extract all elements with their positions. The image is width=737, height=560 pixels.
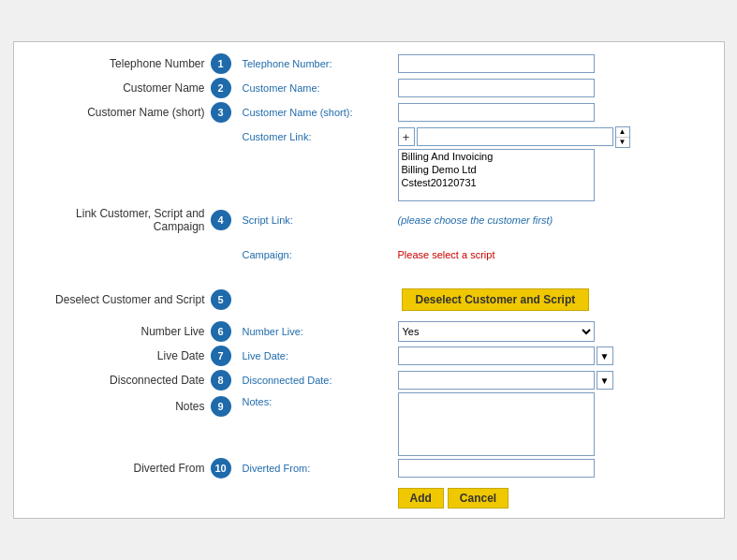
customer-link-spinner[interactable]: ▲ ▼ <box>615 126 630 148</box>
customer-name-short-mid-label: Customer Name (short): <box>239 107 398 118</box>
notes-mid-label: Notes: <box>239 392 398 407</box>
diverted-input[interactable] <box>398 459 595 478</box>
add-button[interactable]: Add <box>398 488 444 508</box>
customer-name-short-label: Customer Name (short) <box>87 106 204 119</box>
notes-control <box>398 392 715 456</box>
customer-name-short-left: Customer Name (short) 3 <box>23 102 239 123</box>
customer-name-short-control <box>398 103 715 122</box>
live-date-left: Live Date 7 <box>23 346 239 366</box>
please-choose-text: (please choose the customer first) <box>398 214 553 226</box>
step-badge-1: 1 <box>211 53 231 74</box>
customer-name-mid-label: Customer Name: <box>239 82 398 94</box>
step-badge-4: 4 <box>211 210 231 230</box>
disconnected-date-control: ▼ <box>398 371 715 390</box>
disconnected-date-label: Disconnected Date <box>110 374 204 387</box>
customer-link-mid-label: Customer Link: <box>239 131 398 142</box>
campaign-control: Please select a script <box>398 249 715 260</box>
customer-link-input[interactable] <box>417 127 613 146</box>
telephone-mid-label: Telephone Number: <box>239 58 398 69</box>
number-live-row: Number Live 6 Number Live: Yes No <box>23 319 715 344</box>
disconnected-date-left: Disconnected Date 8 <box>23 370 239 391</box>
step-badge-5: 5 <box>211 289 231 310</box>
deselect-row: Deselect Customer and Script 5 Deselect … <box>23 287 715 312</box>
live-date-row: Live Date 7 Live Date: ▼ <box>23 344 715 368</box>
number-live-mid-label: Number Live: <box>239 326 398 337</box>
telephone-input[interactable] <box>398 54 595 73</box>
number-live-label: Number Live <box>140 325 204 338</box>
live-date-group: ▼ <box>398 346 613 365</box>
spinner-up-icon[interactable]: ▲ <box>616 127 629 138</box>
disconnected-date-group: ▼ <box>398 371 613 390</box>
customer-link-control: + ▲ ▼ <box>398 126 715 148</box>
list-item[interactable]: Billing Demo Ltd <box>399 163 594 176</box>
diverted-control <box>398 459 715 478</box>
live-date-input[interactable] <box>398 346 595 365</box>
link-customer-left: Link Customer, Script and Campaign 4 <box>23 207 239 233</box>
telephone-label: Telephone Number <box>110 57 204 70</box>
link-customer-label: Link Customer, Script and Campaign <box>23 207 205 233</box>
customer-name-row: Customer Name 2 Customer Name: <box>23 76 715 100</box>
disconnected-date-calendar-button[interactable]: ▼ <box>597 371 613 390</box>
telephone-row: Telephone Number 1 Telephone Number: <box>23 52 715 76</box>
live-date-calendar-button[interactable]: ▼ <box>597 346 613 365</box>
notes-left: Notes 9 <box>23 392 239 417</box>
step-badge-3: 3 <box>211 102 231 123</box>
customer-name-control <box>398 79 715 97</box>
deselect-left: Deselect Customer and Script 5 <box>23 289 239 310</box>
notes-textarea[interactable] <box>398 392 595 456</box>
step-badge-2: 2 <box>211 78 231 98</box>
diverted-mid-label: Diverted From: <box>239 463 398 474</box>
list-control: Billing And Invoicing Billing Demo Ltd C… <box>398 149 715 201</box>
spinner-down-icon[interactable]: ▼ <box>616 138 629 147</box>
main-container: Telephone Number 1 Telephone Number: Cus… <box>13 41 725 519</box>
number-live-select[interactable]: Yes No <box>398 321 595 342</box>
campaign-mid-label: Campaign: <box>239 249 398 260</box>
diverted-label: Diverted From <box>133 462 204 475</box>
disconnected-date-row: Disconnected Date 8 Disconnected Date: ▼ <box>23 368 715 392</box>
customer-name-left: Customer Name 2 <box>23 78 239 98</box>
notes-label: Notes <box>175 400 204 413</box>
customer-link-input-group: + ▲ ▼ <box>398 126 630 148</box>
deselect-control: Deselect Customer and Script <box>239 288 715 311</box>
step-badge-6: 6 <box>211 321 231 342</box>
list-item[interactable]: Billing And Invoicing <box>399 150 594 163</box>
number-live-control: Yes No <box>398 321 715 342</box>
diverted-left: Diverted From 10 <box>23 458 239 479</box>
customer-link-plus-button[interactable]: + <box>398 127 415 146</box>
step-badge-10: 10 <box>211 458 231 479</box>
telephone-control <box>398 54 715 73</box>
list-row: Billing And Invoicing Billing Demo Ltd C… <box>23 149 715 201</box>
please-select-script-text: Please select a script <box>398 249 495 260</box>
notes-row: Notes 9 Notes: <box>23 392 715 456</box>
number-live-left: Number Live 6 <box>23 321 239 342</box>
customer-name-label: Customer Name <box>123 81 204 95</box>
disconnected-date-input[interactable] <box>398 371 595 390</box>
customer-name-short-row: Customer Name (short) 3 Customer Name (s… <box>23 100 715 125</box>
customer-link-row: Customer Link: + ▲ ▼ <box>23 125 715 149</box>
live-date-control: ▼ <box>398 346 715 365</box>
step-badge-8: 8 <box>211 370 231 391</box>
live-date-label: Live Date <box>157 349 205 362</box>
deselect-button[interactable]: Deselect Customer and Script <box>402 288 590 311</box>
campaign-row: Campaign: Please select a script <box>23 243 715 267</box>
disconnected-date-mid-label: Disconnected Date: <box>239 375 398 386</box>
customer-name-short-input[interactable] <box>398 103 595 122</box>
button-row: Add Cancel <box>23 488 715 508</box>
customer-list[interactable]: Billing And Invoicing Billing Demo Ltd C… <box>398 149 595 201</box>
script-link-mid-label: Script Link: <box>239 214 398 226</box>
diverted-row: Diverted From 10 Diverted From: <box>23 456 715 480</box>
step-badge-9: 9 <box>211 396 231 417</box>
script-link-row: Link Customer, Script and Campaign 4 Scr… <box>23 207 715 233</box>
cancel-button[interactable]: Cancel <box>448 488 509 508</box>
step-badge-7: 7 <box>211 346 231 366</box>
live-date-mid-label: Live Date: <box>239 350 398 361</box>
customer-name-input[interactable] <box>398 79 595 97</box>
deselect-label: Deselect Customer and Script <box>55 293 204 306</box>
telephone-left: Telephone Number 1 <box>23 53 239 74</box>
list-item[interactable]: Cstest20120731 <box>399 176 594 189</box>
script-link-control: (please choose the customer first) <box>398 214 715 226</box>
